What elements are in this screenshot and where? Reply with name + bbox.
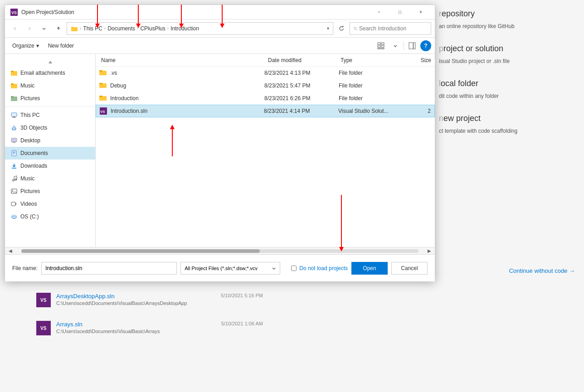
new-title: new project bbox=[439, 114, 575, 123]
music-icon bbox=[10, 175, 18, 182]
organize-button[interactable]: Organize ▾ bbox=[9, 39, 43, 52]
toolbar: Organize ▾ New folder bbox=[5, 38, 435, 54]
sidebar-item-music[interactable]: Music bbox=[5, 172, 95, 185]
do-not-load-projects-checkbox[interactable] bbox=[291, 266, 297, 271]
svg-rect-29 bbox=[11, 138, 17, 142]
vs-app-icon: VS bbox=[10, 9, 18, 16]
dialog-controls: − □ × bbox=[369, 5, 431, 19]
open-project-dialog: VS Open Project/Solution − □ × bbox=[5, 5, 435, 281]
svg-point-8 bbox=[354, 27, 356, 29]
sln-file-icon: VS bbox=[100, 107, 107, 115]
file-type-introduction-sln: Visual Studio Solut... bbox=[338, 108, 402, 114]
breadcrumb-dropdown-button[interactable]: ▾ bbox=[327, 26, 329, 31]
close-button[interactable]: × bbox=[410, 5, 431, 19]
sidebar-item-this-pc[interactable]: This PC bbox=[5, 109, 95, 121]
view-dropdown-button[interactable] bbox=[389, 39, 402, 52]
refresh-button[interactable] bbox=[335, 22, 348, 35]
breadcrumb-documents[interactable]: Documents bbox=[107, 25, 135, 32]
filetype-label: All Project Files (*.sln;*.dsw;*.vcv bbox=[185, 266, 270, 271]
sidebar-item-videos[interactable]: Videos bbox=[5, 198, 95, 210]
new-folder-button[interactable]: New folder bbox=[44, 39, 78, 52]
3d-objects-label: 3D Objects bbox=[20, 125, 47, 131]
svg-rect-13 bbox=[381, 45, 384, 47]
videos-icon bbox=[10, 200, 18, 208]
scroll-right-button[interactable]: ▶ bbox=[426, 247, 433, 255]
col-name-header[interactable]: Name bbox=[99, 57, 268, 63]
vs-repo-section: repository an online repository like Git… bbox=[439, 9, 575, 30]
file-list-header: Name Date modified Type Size bbox=[96, 54, 435, 67]
back-button[interactable] bbox=[9, 22, 21, 35]
desktop-label: Desktop bbox=[20, 137, 40, 144]
file-date-introduction-folder: 8/23/2021 6:26 PM bbox=[264, 95, 337, 102]
new-text: ct template with code scaffolding bbox=[439, 127, 575, 135]
documents-label: Documents bbox=[20, 150, 48, 156]
file-date-vs: 8/23/2021 4:13 PM bbox=[264, 70, 337, 76]
recent-locations-button[interactable] bbox=[38, 22, 50, 35]
sidebar-item-os-c[interactable]: OS (C:) bbox=[5, 210, 95, 223]
breadcrumb-cplusplus[interactable]: CPlusPlus bbox=[140, 25, 165, 32]
sidebar-item-music-quick[interactable]: Music bbox=[5, 79, 95, 92]
horizontal-scrollbar-area: ◀ ▶ bbox=[5, 247, 435, 254]
maximize-button[interactable]: □ bbox=[389, 5, 410, 19]
sidebar-item-pictures[interactable]: Pictures bbox=[5, 185, 95, 198]
file-row-vs[interactable]: .vs 8/23/2021 4:13 PM File folder bbox=[96, 67, 435, 79]
continue-without-code-link[interactable]: Continue without code → bbox=[509, 267, 575, 274]
file-row-introduction-sln[interactable]: VS Introduction.sln 8/23/2021 4:14 PM Vi… bbox=[96, 105, 435, 117]
computer-icon bbox=[10, 111, 18, 119]
pictures-icon bbox=[10, 188, 18, 195]
col-size-header[interactable]: Size bbox=[404, 57, 431, 63]
col-type-header[interactable]: Type bbox=[341, 57, 404, 63]
recent-item: VS ArraysDesktopApp.sln C:\Users\scedd\D… bbox=[36, 290, 263, 310]
up-button[interactable] bbox=[52, 22, 65, 35]
dialog-titlebar: VS Open Project/Solution − □ × bbox=[5, 5, 435, 19]
address-breadcrumb[interactable]: › This PC › Documents › CPlusPlus › Intr… bbox=[67, 22, 333, 35]
search-input[interactable] bbox=[359, 25, 427, 32]
breadcrumb-introduction[interactable]: Introduction bbox=[170, 25, 199, 32]
folder-title: local folder bbox=[439, 79, 575, 88]
sidebar-item-email-attachments[interactable]: Email attachments bbox=[5, 67, 95, 79]
pictures-label: Pictures bbox=[20, 95, 40, 102]
breadcrumb-sep: › bbox=[167, 26, 169, 31]
open-button[interactable]: Open bbox=[351, 262, 388, 275]
preview-pane-button[interactable] bbox=[406, 39, 419, 52]
scroll-left-button[interactable]: ◀ bbox=[7, 247, 14, 255]
horizontal-scrollbar[interactable] bbox=[21, 249, 419, 253]
recent-item-name: ArraysDesktopApp.sln bbox=[56, 293, 212, 300]
drive-icon bbox=[10, 213, 18, 220]
breadcrumb-sep: › bbox=[104, 26, 106, 31]
file-row-debug[interactable]: Debug 8/23/2021 5:47 PM File folder bbox=[96, 79, 435, 92]
pictures-folder-icon bbox=[10, 95, 18, 102]
sidebar-item-documents[interactable]: Documents bbox=[5, 147, 95, 160]
music-label: Music bbox=[20, 82, 34, 89]
breadcrumb-this-pc[interactable]: This PC bbox=[83, 25, 102, 32]
search-box bbox=[350, 22, 431, 35]
recent-item-icon: VS bbox=[36, 321, 51, 335]
filetype-dropdown-icon bbox=[272, 266, 276, 271]
file-row-introduction-folder[interactable]: Introduction 8/23/2021 6:26 PM File fold… bbox=[96, 92, 435, 105]
file-type-vs: File folder bbox=[339, 70, 402, 76]
sidebar-item-downloads[interactable]: Downloads bbox=[5, 160, 95, 172]
svg-rect-51 bbox=[99, 83, 102, 84]
dialog-title-text: Open Project/Solution bbox=[21, 9, 74, 15]
downloads-icon bbox=[10, 162, 18, 169]
recent-item-path: C:\Users\scedd\Documents\VisualBasic\Arr… bbox=[56, 329, 212, 334]
breadcrumb-sep: › bbox=[137, 26, 138, 31]
filetype-dropdown[interactable]: All Project Files (*.sln;*.dsw;*.vcv bbox=[180, 262, 280, 275]
sidebar-item-3d-objects[interactable]: 3D Objects bbox=[5, 121, 95, 134]
folder-text: dit code within any folder bbox=[439, 92, 575, 100]
view-toggle-button[interactable] bbox=[375, 39, 387, 52]
sidebar-item-desktop[interactable]: Desktop bbox=[5, 134, 95, 147]
minimize-button[interactable]: − bbox=[369, 5, 389, 19]
svg-text:VS: VS bbox=[40, 298, 47, 303]
filename-input[interactable] bbox=[41, 262, 177, 275]
help-button[interactable]: ? bbox=[420, 40, 431, 51]
cancel-button[interactable]: Cancel bbox=[391, 262, 428, 275]
col-date-header[interactable]: Date modified bbox=[268, 57, 341, 63]
sidebar-item-pictures-quick[interactable]: Pictures bbox=[5, 92, 95, 105]
svg-rect-24 bbox=[11, 113, 17, 116]
svg-rect-49 bbox=[99, 70, 102, 72]
pictures2-label: Pictures bbox=[20, 188, 40, 194]
forward-button[interactable] bbox=[23, 22, 36, 35]
this-pc-label: This PC bbox=[20, 112, 40, 118]
recent-item-date: 5/10/2021 5:16 PM bbox=[221, 293, 263, 298]
